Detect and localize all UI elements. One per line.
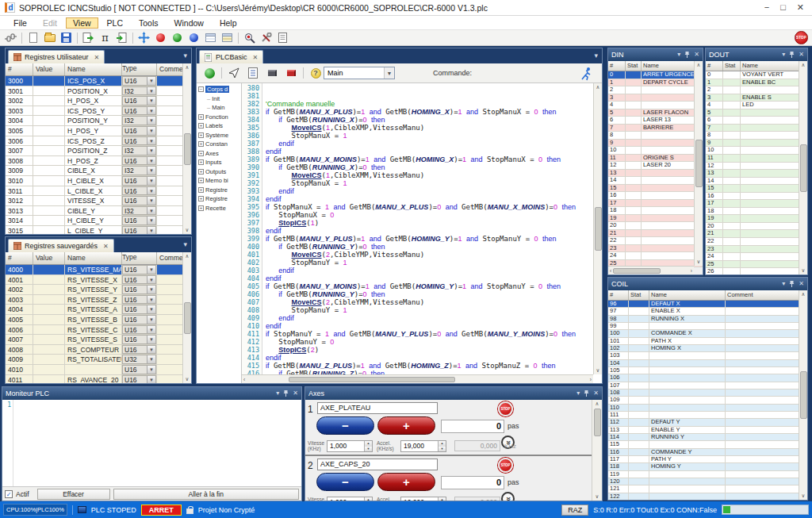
table-row[interactable]: 4LED <box>706 102 807 109</box>
close-icon[interactable]: ✕ <box>593 390 599 397</box>
table-row[interactable]: 12LASER 20 <box>608 162 703 170</box>
monitor-output[interactable]: 1 <box>2 400 301 486</box>
table-row[interactable]: 9 <box>608 140 703 148</box>
grid-list-icon[interactable] <box>203 31 218 44</box>
table-row[interactable]: 2 <box>608 86 703 94</box>
rebuild-icon[interactable] <box>282 65 300 81</box>
aller-a-la-fin-button[interactable]: Aller à la fin <box>113 489 299 500</box>
menu-help[interactable]: Help <box>213 17 244 29</box>
accel-spinner[interactable]: 19,000▲▼ <box>400 440 446 452</box>
table-row[interactable]: 20 <box>706 223 807 231</box>
table-row[interactable]: 16 <box>608 192 703 200</box>
table-row[interactable]: 23 <box>706 246 807 254</box>
type-dropdown[interactable]: U16▼ <box>122 365 156 374</box>
report-icon[interactable] <box>275 31 290 44</box>
table-row[interactable]: 3006ICS_POS_ZU16▼ <box>6 136 191 147</box>
code-editor[interactable]: −Corps dInitMain+Fonction+Labels+Système… <box>197 83 602 383</box>
table-row[interactable]: 107 <box>608 382 807 389</box>
tree-item-outputs[interactable]: +Outputs <box>198 167 241 177</box>
table-row[interactable]: 17 <box>706 200 807 208</box>
chevron-down-icon[interactable]: ▾ <box>183 240 187 248</box>
table-row[interactable]: 2 <box>706 86 807 94</box>
tree-item-inputs[interactable]: +Inputs <box>198 158 241 167</box>
table-row[interactable]: 110 <box>608 405 807 412</box>
close-icon[interactable]: ✕ <box>694 52 699 58</box>
table-row[interactable]: 3009CIBLE_XI32▼ <box>6 166 191 176</box>
table-row[interactable]: 108 <box>608 389 807 397</box>
type-dropdown[interactable]: U16▼ <box>122 305 156 314</box>
minimize-button[interactable]: − <box>764 2 769 13</box>
run-icon[interactable] <box>201 65 218 81</box>
jog-minus-button[interactable]: − <box>316 473 374 491</box>
table-row[interactable]: 4 <box>608 102 703 109</box>
table-row[interactable]: 4008RS_COMPTEURU16▼ <box>6 345 191 355</box>
table-row[interactable]: 4011RS_AVANCE_20U16▼ <box>6 375 191 384</box>
type-dropdown[interactable]: U16▼ <box>122 295 156 305</box>
table-row[interactable]: 18 <box>608 207 703 215</box>
tab-registres-sauvegardes[interactable]: Registres sauvegardés ✕ <box>8 239 114 252</box>
vitesse-spinner[interactable]: 1,000▲▼ <box>327 497 373 501</box>
table-row[interactable]: 11ORIGINE S <box>608 155 703 163</box>
tree-item-syst-me[interactable]: +Système <box>198 131 241 140</box>
table-row[interactable]: 17 <box>608 200 703 208</box>
table-row[interactable]: 4005RS_VITESSE_BU16▼ <box>6 315 191 325</box>
type-dropdown[interactable]: U32▼ <box>122 355 156 364</box>
table-row[interactable]: 111 <box>608 412 807 419</box>
type-dropdown[interactable]: I32▼ <box>122 116 156 125</box>
check-list-icon[interactable] <box>244 65 262 81</box>
table-row[interactable]: 99 <box>608 323 807 330</box>
menu-tools[interactable]: Tools <box>132 17 166 29</box>
chevron-down-icon[interactable]: ▾ <box>183 52 187 59</box>
table-row[interactable]: 97ENABLE X <box>608 308 807 315</box>
type-dropdown[interactable]: U16▼ <box>122 275 156 285</box>
menu-edit[interactable]: Edit <box>36 17 64 29</box>
table-row[interactable]: 109 <box>608 397 807 404</box>
table-row[interactable]: 3010H_CIBLE_XU16▼ <box>6 176 191 186</box>
menu-window[interactable]: Window <box>167 17 211 29</box>
table-row[interactable]: 0VOYANT VERT <box>706 71 807 79</box>
table-row[interactable]: 3014H_CIBLE_YU16▼ <box>6 216 191 226</box>
type-dropdown[interactable]: U16▼ <box>122 76 156 86</box>
runner-icon[interactable] <box>577 66 595 82</box>
collapse-icon[interactable]: − <box>198 86 204 92</box>
table-row[interactable]: 3001POSITION_XI32▼ <box>6 86 191 97</box>
table-row[interactable]: 7 <box>706 125 807 132</box>
type-dropdown[interactable]: U16▼ <box>122 96 156 106</box>
table-row[interactable]: 16 <box>706 193 807 201</box>
axis-name-input[interactable]: AXE_PLATEAU <box>317 402 438 414</box>
axis-stop-button[interactable]: STOP <box>498 401 513 416</box>
pin-icon[interactable] <box>283 389 289 398</box>
type-dropdown[interactable]: U16▼ <box>122 265 156 274</box>
type-dropdown[interactable]: U16▼ <box>122 315 156 324</box>
tree-item-registre[interactable]: +Registre <box>198 194 241 204</box>
type-dropdown[interactable]: U16▼ <box>122 216 156 225</box>
type-dropdown[interactable]: U16▼ <box>122 106 156 116</box>
table-row[interactable]: 18 <box>706 208 807 216</box>
type-dropdown[interactable]: I32▼ <box>122 166 156 175</box>
close-icon[interactable]: ✕ <box>799 281 804 287</box>
table-row[interactable]: 24 <box>608 252 703 260</box>
close-tab-icon[interactable]: ✕ <box>94 54 100 61</box>
move-axes-icon[interactable] <box>136 31 151 44</box>
led-red-icon[interactable] <box>153 31 168 44</box>
table-row[interactable]: 4006RS_VITESSE_CU16▼ <box>6 325 191 336</box>
table-row[interactable]: 120 <box>608 478 807 485</box>
close-tab-icon[interactable]: ✕ <box>253 54 259 61</box>
type-dropdown[interactable]: U16▼ <box>122 325 156 335</box>
tree-item-main[interactable]: Main <box>198 103 241 113</box>
pi-icon[interactable]: π <box>98 31 113 44</box>
table-row[interactable]: 21 <box>608 230 703 238</box>
table-row[interactable]: 4000RS_VITESSE_MANUU16▼ <box>6 265 191 275</box>
table-row[interactable]: 4004RS_VITESSE_AU16▼ <box>6 305 191 315</box>
table-row[interactable]: 122 <box>608 493 807 501</box>
tree-item-axes[interactable]: +Axes <box>198 149 241 159</box>
table-row[interactable]: 0ARRET URGENCE <box>608 71 703 79</box>
table-row[interactable]: 19 <box>706 215 807 223</box>
type-dropdown[interactable]: U16▼ <box>122 196 156 205</box>
led-blue-icon[interactable] <box>186 31 201 44</box>
table-row[interactable]: 105 <box>608 367 807 374</box>
pin-icon[interactable] <box>789 51 795 59</box>
table-row[interactable]: 4002RS_VITESSE_YU16▼ <box>6 285 191 295</box>
tree-item-fonction[interactable]: +Fonction <box>198 113 241 122</box>
page-export-icon[interactable] <box>81 31 96 44</box>
